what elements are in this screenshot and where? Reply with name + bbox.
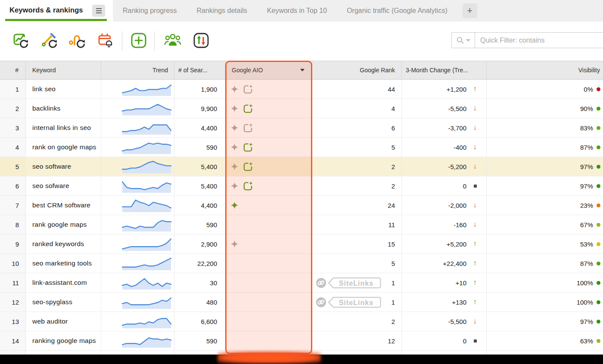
visibility-cell: 100% [487, 293, 603, 312]
check-rankings-refresh-icon[interactable] [12, 32, 29, 49]
row-number: 13 [0, 312, 26, 331]
aio-open-icon[interactable] [242, 84, 253, 95]
visibility-dot [597, 204, 600, 207]
trend-cell [101, 99, 174, 118]
search-volume-refresh-icon[interactable] [68, 32, 86, 49]
keyword-cell: ranked keywords [26, 234, 101, 253]
trend-sparkline [121, 179, 172, 193]
table-row[interactable]: 12 seo-spyglass 480 SiteL [0, 293, 603, 312]
column-header-number[interactable]: # [0, 61, 26, 79]
searches-cell: 30 [174, 273, 225, 292]
aio-open-icon[interactable] [242, 161, 253, 172]
bottom-black-bar [0, 355, 603, 364]
change-direction-icon: ↓ [468, 162, 477, 171]
trend-cell [101, 293, 174, 312]
google-aio-cell [225, 99, 312, 118]
google-rank-cell: SiteLinks 1 [312, 293, 402, 312]
tab-ranking-progress[interactable]: Ranking progress [113, 7, 186, 15]
table-row[interactable]: 9 ranked keywords 2,900 15 +5,200↑ 53% [0, 234, 603, 254]
table-row[interactable]: 11 link-assistant.com 30 [0, 273, 603, 293]
column-header-trend[interactable]: Trend [101, 61, 174, 79]
visibility-cell: 90% [487, 99, 603, 118]
google-aio-label: Google AIO [232, 67, 263, 74]
table-row[interactable]: 5 seo software 5,400 2 -5,200↓ 97% [0, 157, 603, 176]
table-row[interactable]: 2 backlinks 9,900 4 -5,500↓ 90% [0, 99, 603, 118]
visibility-dot [597, 339, 600, 343]
svg-text:SiteLinks: SiteLinks [339, 299, 373, 306]
keyword-cell: seo software [26, 157, 101, 176]
trend-sparkline [121, 101, 172, 116]
table-header: # Keyword Trend # of Sear... Google AIO … [0, 61, 603, 80]
trend-sparkline [121, 275, 172, 290]
serp-analysis-refresh-icon[interactable] [40, 32, 58, 49]
column-header-google-aio[interactable]: Google AIO [225, 61, 312, 79]
table-row[interactable]: 7 best CRM software 4,400 24 -2,000↓ 23% [0, 196, 603, 215]
keyword-cell: rank google maps [26, 215, 101, 234]
visibility-dot [597, 145, 600, 149]
visibility-cell: 97% [487, 176, 603, 195]
column-header-keyword[interactable]: Keyword [26, 61, 101, 79]
aio-open-icon[interactable] [242, 123, 253, 133]
add-keywords-icon[interactable] [130, 32, 147, 49]
tab-keywords-in-top-10[interactable]: Keywords in Top 10 [257, 7, 337, 15]
tab-organic-traffic[interactable]: Organic traffic (Google Analytics) [337, 7, 457, 15]
change-cell: 0 [402, 176, 487, 195]
sitelinks-badge: SiteLinks [315, 296, 382, 310]
search-icon [456, 36, 464, 44]
column-header-change[interactable]: 3-Month Change (Tre... [402, 61, 487, 79]
tab-rankings-details[interactable]: Rankings details [186, 7, 257, 15]
searches-cell: 2,900 [174, 234, 225, 253]
google-rank-cell: 6 [312, 118, 402, 137]
table-row[interactable]: 4 rank on google maps 590 5 -400↓ 8 [0, 138, 603, 157]
visibility-cell: 83% [487, 118, 603, 137]
trend-cell [101, 138, 174, 157]
aio-star-icon [230, 143, 239, 151]
trend-sparkline [121, 198, 172, 213]
scheduler-alarm-icon[interactable] [97, 32, 114, 49]
searches-cell: 4,400 [174, 196, 225, 215]
change-cell: 0 [402, 331, 487, 350]
column-dropdown-icon[interactable] [300, 69, 305, 71]
tab-keywords-rankings[interactable]: Keywords & rankings [0, 0, 113, 22]
column-header-google-rank[interactable]: Google Rank [312, 61, 402, 79]
keyword-cell [26, 351, 101, 355]
visibility-dot [597, 87, 600, 91]
row-number [0, 351, 26, 355]
row-number: 2 [0, 99, 26, 118]
column-header-searches[interactable]: # of Sear... [174, 61, 225, 79]
aio-open-icon[interactable] [242, 142, 253, 153]
table-row[interactable]: 1 link seo 1,900 44 +1,200↑ 0% [0, 80, 603, 99]
google-rank-cell: 5 [312, 138, 402, 157]
aio-open-icon[interactable] [242, 103, 253, 114]
table-row[interactable]: 13 web auditor 6,600 2 -5,500↓ 97% [0, 312, 603, 331]
column-header-visibility[interactable]: Visibility [487, 61, 603, 79]
keyword-cell: seo marketing tools [26, 254, 101, 273]
keyword-cell: best CRM software [26, 196, 101, 215]
competitors-icon[interactable] [164, 32, 181, 49]
table-row[interactable]: 8 rank google maps 590 11 -160↓ 67% [0, 215, 603, 234]
visibility-dot [597, 281, 600, 285]
change-direction-icon: ↑ [468, 240, 477, 248]
visibility-cell: 97% [487, 312, 603, 331]
keyword-cell: web auditor [26, 312, 101, 331]
import-export-icon[interactable] [193, 32, 210, 49]
searches-cell [174, 351, 225, 355]
visibility-dot [597, 165, 600, 169]
quick-filter-mode-dropdown[interactable] [452, 33, 475, 48]
visibility-dot [597, 300, 600, 304]
active-tab-label: Keywords & rankings [9, 6, 83, 14]
aio-open-icon[interactable] [242, 181, 253, 191]
table-row[interactable]: 3 internal links in seo 4,400 6 -3,700↓ [0, 118, 603, 138]
workspace-menu-icon[interactable] [92, 5, 105, 17]
quick-filter-input[interactable] [475, 33, 603, 48]
change-cell: +5,200↑ [402, 234, 487, 253]
change-direction-icon: ↓ [468, 143, 477, 151]
table-row[interactable]: 14 ranking google maps 590 12 0 63% [0, 331, 603, 351]
google-aio-cell [225, 312, 312, 331]
table-row[interactable]: 6 seo sofware 5,400 2 0 97% [0, 176, 603, 196]
add-tab-button[interactable]: + [463, 3, 477, 18]
table-row[interactable]: 10 seo marketing tools 22,200 5 +22,400↑… [0, 254, 603, 273]
keyword-cell: internal links in seo [26, 118, 101, 137]
change-direction-icon: ↓ [468, 104, 477, 113]
table-row-partial[interactable] [0, 351, 603, 355]
